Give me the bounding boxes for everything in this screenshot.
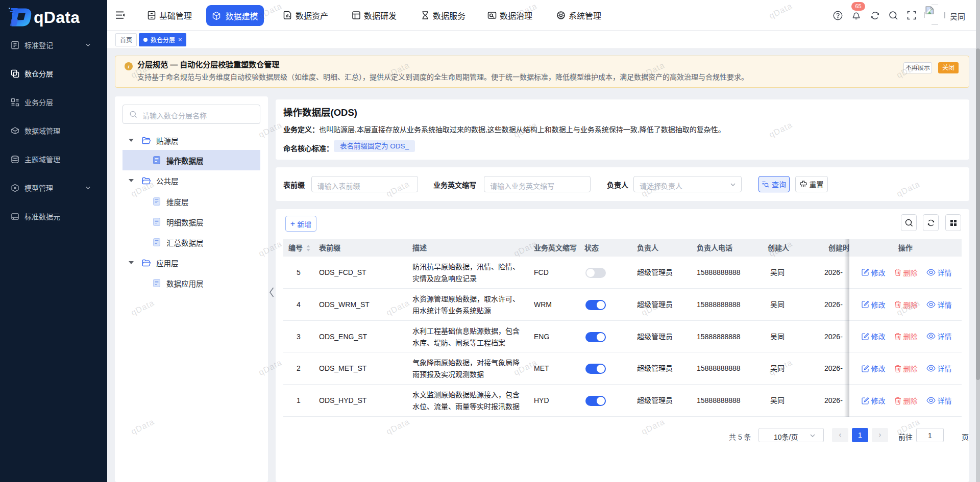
svg-text:qData: qData	[34, 8, 80, 27]
